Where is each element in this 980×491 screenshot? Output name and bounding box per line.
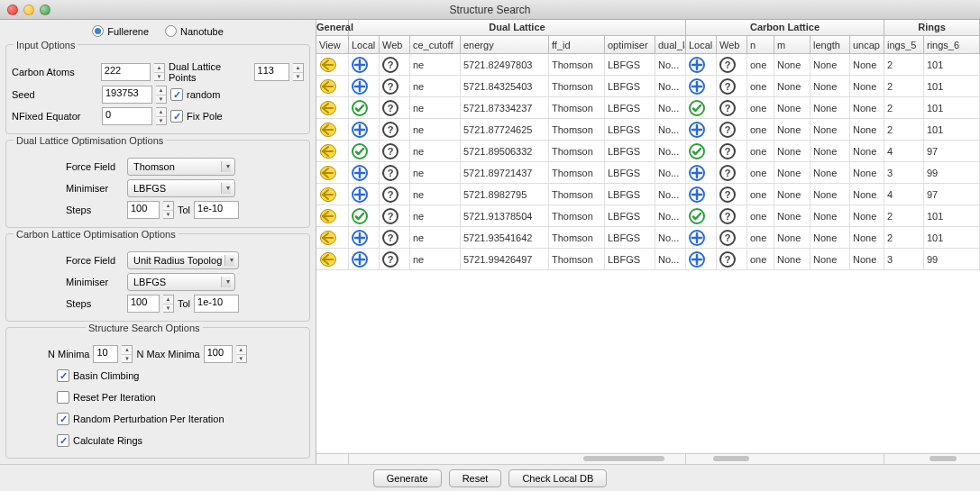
local-cell[interactable] bbox=[349, 54, 380, 75]
nmax-spinner[interactable]: ▲▼ bbox=[236, 345, 247, 363]
table-row[interactable]: ne5721.91378504ThomsonLBFGSNo...oneNoneN… bbox=[316, 205, 980, 227]
view-icon[interactable] bbox=[319, 230, 337, 246]
view-icon[interactable] bbox=[319, 251, 337, 268]
col-cutoff[interactable]: ce_cutoff bbox=[410, 36, 461, 53]
nfixed-input[interactable]: 0 bbox=[102, 107, 152, 125]
web2-status-icon[interactable] bbox=[719, 208, 736, 224]
web-cell[interactable] bbox=[380, 119, 410, 140]
table-row[interactable]: ne5721.84325403ThomsonLBFGSNo...oneNoneN… bbox=[316, 76, 980, 97]
local2-status-icon[interactable] bbox=[689, 100, 705, 116]
seed-spinner[interactable]: ▲▼ bbox=[156, 86, 167, 104]
col-dual-l[interactable]: dual_la bbox=[655, 36, 686, 53]
reset-checkbox[interactable] bbox=[57, 391, 69, 404]
local-cell[interactable] bbox=[349, 227, 380, 248]
check-db-button[interactable]: Check Local DB bbox=[508, 469, 607, 487]
web2-cell[interactable] bbox=[717, 76, 747, 96]
dual-tol-input[interactable]: 1e-10 bbox=[194, 201, 239, 219]
local2-cell[interactable] bbox=[686, 76, 717, 96]
local-status-icon[interactable] bbox=[352, 143, 368, 159]
local2-status-icon[interactable] bbox=[689, 186, 705, 203]
web-cell[interactable] bbox=[380, 97, 410, 118]
col-length[interactable]: length bbox=[811, 36, 850, 53]
web-status-icon[interactable] bbox=[382, 165, 398, 181]
close-button[interactable] bbox=[7, 5, 18, 15]
web2-status-icon[interactable] bbox=[719, 251, 736, 268]
local2-cell[interactable] bbox=[686, 249, 717, 269]
web2-status-icon[interactable] bbox=[719, 122, 736, 138]
web2-cell[interactable] bbox=[717, 184, 747, 205]
view-cell[interactable] bbox=[316, 227, 349, 248]
web2-status-icon[interactable] bbox=[719, 100, 736, 116]
view-cell[interactable] bbox=[316, 205, 349, 226]
local-status-icon[interactable] bbox=[352, 186, 368, 203]
web-status-icon[interactable] bbox=[382, 100, 398, 116]
local-status-icon[interactable] bbox=[352, 57, 368, 73]
col-optimiser[interactable]: optimiser bbox=[605, 36, 655, 53]
table-row[interactable]: ne5721.87334237ThomsonLBFGSNo...oneNoneN… bbox=[316, 97, 980, 119]
zoom-button[interactable] bbox=[40, 5, 50, 15]
dual-steps-spinner[interactable]: ▲▼ bbox=[163, 201, 174, 219]
view-cell[interactable] bbox=[316, 119, 349, 140]
horizontal-scrollbar[interactable] bbox=[316, 453, 980, 464]
local2-status-icon[interactable] bbox=[689, 143, 705, 159]
nmin-spinner[interactable]: ▲▼ bbox=[122, 345, 133, 363]
local-status-icon[interactable] bbox=[352, 208, 368, 224]
table-row[interactable]: ne5721.89721437ThomsonLBFGSNo...oneNoneN… bbox=[316, 162, 980, 184]
local-cell[interactable] bbox=[349, 249, 380, 269]
col-local2[interactable]: Local bbox=[686, 36, 717, 53]
local2-cell[interactable] bbox=[686, 119, 717, 140]
carbon-steps-spinner[interactable]: ▲▼ bbox=[163, 295, 174, 313]
local2-cell[interactable] bbox=[686, 141, 717, 161]
local2-cell[interactable] bbox=[686, 97, 717, 118]
web2-cell[interactable] bbox=[717, 141, 747, 161]
web-status-icon[interactable] bbox=[382, 78, 398, 95]
local-status-icon[interactable] bbox=[352, 78, 368, 95]
local-cell[interactable] bbox=[349, 141, 380, 161]
web-cell[interactable] bbox=[380, 184, 410, 205]
table-row[interactable]: ne5721.8982795ThomsonLBFGSNo...oneNoneNo… bbox=[316, 184, 980, 205]
web2-cell[interactable] bbox=[717, 162, 747, 183]
local-cell[interactable] bbox=[349, 119, 380, 140]
calc-rings-checkbox[interactable] bbox=[57, 434, 69, 447]
view-icon[interactable] bbox=[319, 165, 337, 181]
dual-points-input[interactable]: 113 bbox=[254, 63, 290, 81]
view-cell[interactable] bbox=[316, 141, 349, 161]
web-cell[interactable] bbox=[380, 249, 410, 269]
view-cell[interactable] bbox=[316, 249, 349, 269]
web-cell[interactable] bbox=[380, 76, 410, 96]
web-cell[interactable] bbox=[380, 141, 410, 161]
random-checkbox[interactable] bbox=[170, 88, 183, 101]
group-rings[interactable]: Rings bbox=[884, 20, 980, 35]
web2-cell[interactable] bbox=[717, 249, 747, 269]
web2-status-icon[interactable] bbox=[719, 186, 736, 203]
carbon-atoms-input[interactable]: 222 bbox=[101, 63, 151, 81]
dual-min-select[interactable]: LBFGS bbox=[127, 179, 235, 197]
local2-cell[interactable] bbox=[686, 54, 717, 75]
seed-input[interactable]: 193753 bbox=[102, 86, 152, 104]
view-cell[interactable] bbox=[316, 184, 349, 205]
web-cell[interactable] bbox=[380, 162, 410, 183]
group-carbon[interactable]: Carbon Lattice bbox=[686, 20, 884, 35]
nfixed-spinner[interactable]: ▲▼ bbox=[156, 107, 167, 125]
col-view[interactable]: View bbox=[316, 36, 349, 53]
col-web[interactable]: Web bbox=[380, 36, 410, 53]
view-icon[interactable] bbox=[319, 186, 337, 203]
local-cell[interactable] bbox=[349, 162, 380, 183]
local-cell[interactable] bbox=[349, 76, 380, 96]
col-m[interactable]: m bbox=[774, 36, 811, 53]
group-dual[interactable]: Dual Lattice bbox=[349, 20, 686, 35]
local-cell[interactable] bbox=[349, 205, 380, 226]
carbon-tol-input[interactable]: 1e-10 bbox=[194, 295, 239, 313]
web2-status-icon[interactable] bbox=[719, 57, 736, 73]
dual-ff-select[interactable]: Thomson bbox=[127, 158, 235, 176]
dual-points-spinner[interactable]: ▲▼ bbox=[293, 63, 304, 81]
web2-cell[interactable] bbox=[717, 119, 747, 140]
fixpole-checkbox[interactable] bbox=[170, 110, 183, 123]
local-status-icon[interactable] bbox=[352, 230, 368, 246]
web2-status-icon[interactable] bbox=[719, 165, 736, 181]
local2-status-icon[interactable] bbox=[689, 208, 705, 224]
view-cell[interactable] bbox=[316, 54, 349, 75]
col-rings5[interactable]: ings_5 bbox=[884, 36, 924, 53]
table-row[interactable]: ne5721.89506332ThomsonLBFGSNo...oneNoneN… bbox=[316, 141, 980, 162]
generate-button[interactable]: Generate bbox=[373, 469, 442, 487]
